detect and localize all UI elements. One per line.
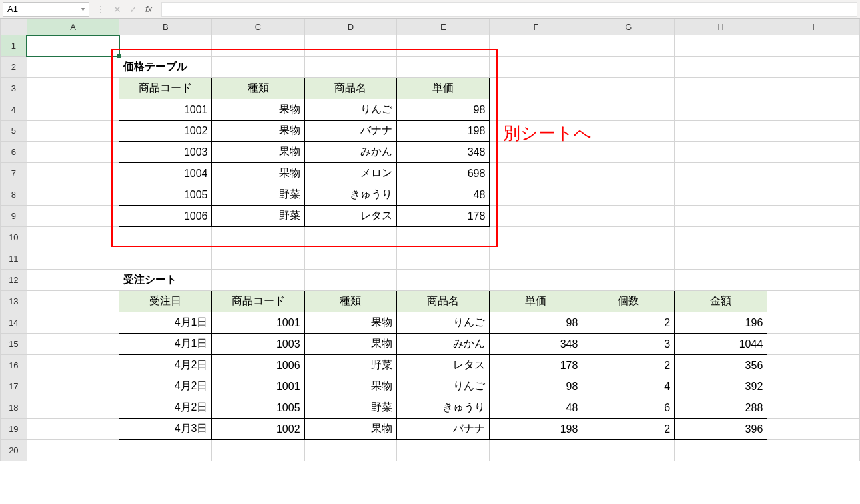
cell-H17[interactable]: 392: [675, 376, 767, 397]
cell-F10[interactable]: [490, 227, 582, 248]
column-header-I[interactable]: I: [767, 19, 860, 35]
cell-I7[interactable]: [767, 163, 860, 184]
cell-E20[interactable]: [397, 440, 490, 461]
row-header-15[interactable]: 15: [1, 334, 27, 355]
cell-A5[interactable]: [27, 121, 119, 142]
cell-C1[interactable]: [212, 35, 304, 57]
row-header-13[interactable]: 13: [1, 291, 27, 312]
cell-H1[interactable]: [675, 35, 767, 57]
cell-H11[interactable]: [675, 248, 767, 270]
cell-F14[interactable]: 98: [490, 312, 582, 334]
cell-B3[interactable]: 商品コード: [119, 78, 212, 99]
cell-A9[interactable]: [27, 206, 119, 227]
cell-G3[interactable]: [582, 78, 675, 99]
cell-B13[interactable]: 受注日: [119, 291, 212, 312]
column-header-E[interactable]: E: [397, 19, 490, 35]
cell-E16[interactable]: レタス: [397, 355, 490, 376]
cell-D11[interactable]: [304, 248, 397, 270]
row-header-6[interactable]: 6: [1, 142, 27, 163]
cell-C5[interactable]: 果物: [212, 121, 304, 142]
cell-F13[interactable]: 単価: [490, 291, 582, 312]
cell-F17[interactable]: 98: [490, 376, 582, 397]
enter-icon[interactable]: ✓: [129, 4, 137, 15]
cell-H10[interactable]: [675, 227, 767, 248]
cell-A18[interactable]: [27, 397, 119, 419]
cell-C6[interactable]: 果物: [212, 142, 304, 163]
cell-F15[interactable]: 348: [490, 334, 582, 355]
cell-C3[interactable]: 種類: [212, 78, 304, 99]
cell-A7[interactable]: [27, 163, 119, 184]
cell-B12[interactable]: 受注シート: [119, 270, 212, 291]
row-header-18[interactable]: 18: [1, 397, 27, 419]
cell-E3[interactable]: 単価: [397, 78, 490, 99]
cell-A1[interactable]: [27, 35, 119, 57]
cell-B5[interactable]: 1002: [119, 121, 212, 142]
name-box[interactable]: A1 ▾: [3, 2, 89, 17]
cell-B11[interactable]: [119, 248, 212, 270]
cell-B7[interactable]: 1004: [119, 163, 212, 184]
cell-G7[interactable]: [582, 163, 675, 184]
cell-G20[interactable]: [582, 440, 675, 461]
cell-H13[interactable]: 金額: [675, 291, 767, 312]
cell-E1[interactable]: [397, 35, 490, 57]
cell-H19[interactable]: 396: [675, 419, 767, 440]
cell-A15[interactable]: [27, 334, 119, 355]
row-header-2[interactable]: 2: [1, 57, 27, 78]
cell-E9[interactable]: 178: [397, 206, 490, 227]
row-header-3[interactable]: 3: [1, 78, 27, 99]
cell-A12[interactable]: [27, 270, 119, 291]
cell-A19[interactable]: [27, 419, 119, 440]
cell-A4[interactable]: [27, 99, 119, 121]
row-header-20[interactable]: 20: [1, 440, 27, 461]
cell-C13[interactable]: 商品コード: [212, 291, 304, 312]
cell-I16[interactable]: [767, 355, 860, 376]
column-header-F[interactable]: F: [490, 19, 582, 35]
cell-E11[interactable]: [397, 248, 490, 270]
cell-H8[interactable]: [675, 184, 767, 206]
cell-C20[interactable]: [212, 440, 304, 461]
cell-C7[interactable]: 果物: [212, 163, 304, 184]
cell-I13[interactable]: [767, 291, 860, 312]
cell-D10[interactable]: [304, 227, 397, 248]
spreadsheet-grid[interactable]: ABCDEFGHI 12価格テーブル3商品コード種類商品名単価41001果物りん…: [0, 19, 860, 461]
cell-A16[interactable]: [27, 355, 119, 376]
cell-B18[interactable]: 4月2日: [119, 397, 212, 419]
cell-I10[interactable]: [767, 227, 860, 248]
cell-E6[interactable]: 348: [397, 142, 490, 163]
cell-E15[interactable]: みかん: [397, 334, 490, 355]
cell-H7[interactable]: [675, 163, 767, 184]
column-header-A[interactable]: A: [27, 19, 119, 35]
cell-I5[interactable]: [767, 121, 860, 142]
cell-F1[interactable]: [490, 35, 582, 57]
cell-F3[interactable]: [490, 78, 582, 99]
cell-H20[interactable]: [675, 440, 767, 461]
cell-C9[interactable]: 野菜: [212, 206, 304, 227]
cell-G16[interactable]: 2: [582, 355, 675, 376]
cell-H9[interactable]: [675, 206, 767, 227]
formula-input[interactable]: [161, 2, 857, 17]
cell-A14[interactable]: [27, 312, 119, 334]
cell-E2[interactable]: [397, 57, 490, 78]
cell-G2[interactable]: [582, 57, 675, 78]
cell-H2[interactable]: [675, 57, 767, 78]
cell-I12[interactable]: [767, 270, 860, 291]
cell-G14[interactable]: 2: [582, 312, 675, 334]
cell-G12[interactable]: [582, 270, 675, 291]
cell-B14[interactable]: 4月1日: [119, 312, 212, 334]
cell-A6[interactable]: [27, 142, 119, 163]
cell-D17[interactable]: 果物: [304, 376, 397, 397]
cell-F18[interactable]: 48: [490, 397, 582, 419]
column-header-G[interactable]: G: [582, 19, 675, 35]
cell-I19[interactable]: [767, 419, 860, 440]
cell-D18[interactable]: 野菜: [304, 397, 397, 419]
cell-G10[interactable]: [582, 227, 675, 248]
cell-I6[interactable]: [767, 142, 860, 163]
cell-H3[interactable]: [675, 78, 767, 99]
column-header-H[interactable]: H: [675, 19, 767, 35]
cell-I15[interactable]: [767, 334, 860, 355]
cell-F19[interactable]: 198: [490, 419, 582, 440]
cell-G6[interactable]: [582, 142, 675, 163]
cell-H18[interactable]: 288: [675, 397, 767, 419]
cell-F7[interactable]: [490, 163, 582, 184]
row-header-12[interactable]: 12: [1, 270, 27, 291]
